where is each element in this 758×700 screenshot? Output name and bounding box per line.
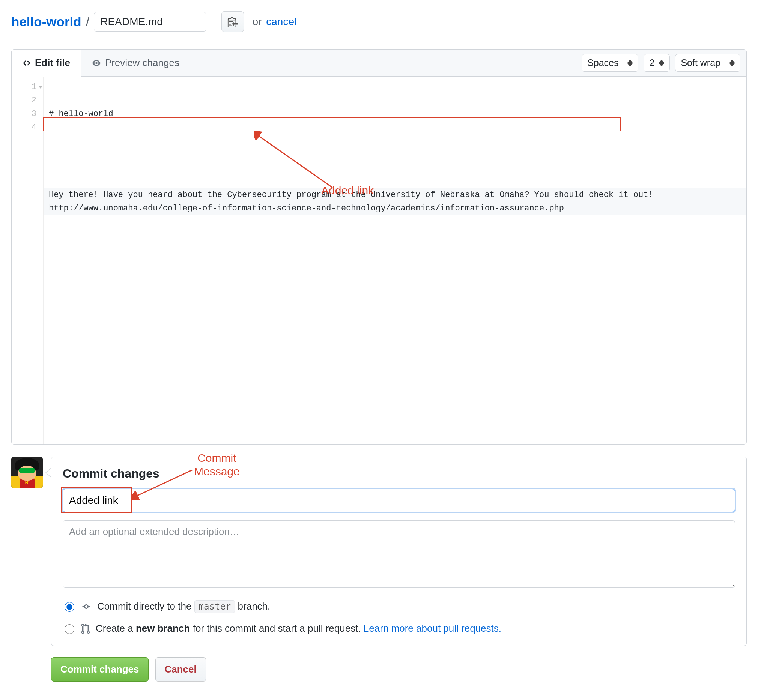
filename-input[interactable] (94, 12, 206, 31)
updown-icon (659, 59, 664, 67)
breadcrumb: hello-world / or cancel (11, 11, 747, 32)
commit-changes-button[interactable]: Commit changes (51, 657, 148, 681)
wrap-mode-value: Soft wrap (681, 58, 720, 68)
commit-heading: Commit changes (63, 467, 735, 481)
indent-size-select[interactable]: 2 (644, 54, 670, 72)
code-editor[interactable]: 1 2 3 4 # hello-world Hey there! Have yo… (12, 77, 746, 444)
annotation-box-commit (61, 487, 132, 513)
branch-chip: master (194, 600, 235, 613)
or-text: or (252, 16, 261, 28)
tab-edit-label: Edit file (35, 57, 70, 69)
learn-more-link[interactable]: Learn more about pull requests. (364, 623, 501, 634)
radio-direct[interactable] (64, 602, 74, 612)
tab-bar: Edit file Preview changes Spaces 2 (12, 50, 746, 77)
indent-size-value: 2 (649, 58, 655, 68)
code-line (49, 148, 741, 161)
svg-line-0 (258, 135, 333, 188)
wrap-mode-select[interactable]: Soft wrap (675, 54, 740, 72)
option-branch-text: Create a new branch for this commit and … (96, 623, 501, 634)
code-icon (22, 59, 31, 67)
annotation-box-link (43, 117, 620, 131)
commit-option-direct[interactable]: Commit directly to the master branch. (63, 601, 735, 612)
path-separator: / (86, 14, 90, 29)
line-number: 3 (12, 107, 36, 121)
commit-button-row: Commit changes Cancel (51, 657, 747, 681)
commit-option-new-branch[interactable]: Create a new branch for this commit and … (63, 623, 735, 634)
line-gutter: 1 2 3 4 (12, 77, 44, 444)
option-direct-text: Commit directly to the master branch. (97, 601, 270, 612)
commit-form: Commit changes Commit Message Commit dir… (51, 456, 747, 646)
updown-icon (627, 59, 633, 67)
repo-link[interactable]: hello-world (11, 14, 81, 29)
git-pull-request-icon (81, 623, 91, 634)
line-number: 1 (12, 80, 36, 94)
indent-mode-value: Spaces (587, 58, 618, 68)
avatar[interactable]: R (11, 456, 43, 488)
commit-summary-input[interactable] (63, 489, 735, 512)
annotation-label-added-link: Added link (321, 184, 374, 197)
line-number: 2 (12, 94, 36, 107)
tab-edit-file[interactable]: Edit file (12, 50, 81, 77)
cancel-link[interactable]: cancel (266, 16, 297, 28)
code-content[interactable]: # hello-world Hey there! Have you heard … (44, 77, 746, 444)
annotation-label-commit-message: Commit Message (194, 451, 240, 478)
updown-icon (730, 59, 735, 67)
editor-panel: Edit file Preview changes Spaces 2 (11, 49, 747, 445)
clipboard-icon (227, 16, 238, 27)
code-line (49, 242, 741, 256)
annotation-arrow (254, 131, 336, 191)
cancel-button[interactable]: Cancel (155, 657, 206, 681)
tab-preview-label: Preview changes (105, 57, 180, 69)
indent-mode-select[interactable]: Spaces (581, 54, 638, 72)
git-commit-icon (81, 602, 92, 611)
editor-toolbar: Spaces 2 Soft wrap (581, 54, 746, 72)
commit-description-input[interactable] (63, 520, 735, 588)
line-number: 4 (12, 121, 36, 134)
eye-icon (92, 59, 101, 67)
commit-section: R Commit changes Commit Message Commit d… (11, 456, 747, 646)
copy-path-button[interactable] (221, 11, 244, 32)
code-line: Hey there! Have you heard about the Cybe… (44, 188, 746, 215)
radio-new-branch[interactable] (64, 624, 74, 634)
tab-preview-changes[interactable]: Preview changes (81, 50, 190, 76)
